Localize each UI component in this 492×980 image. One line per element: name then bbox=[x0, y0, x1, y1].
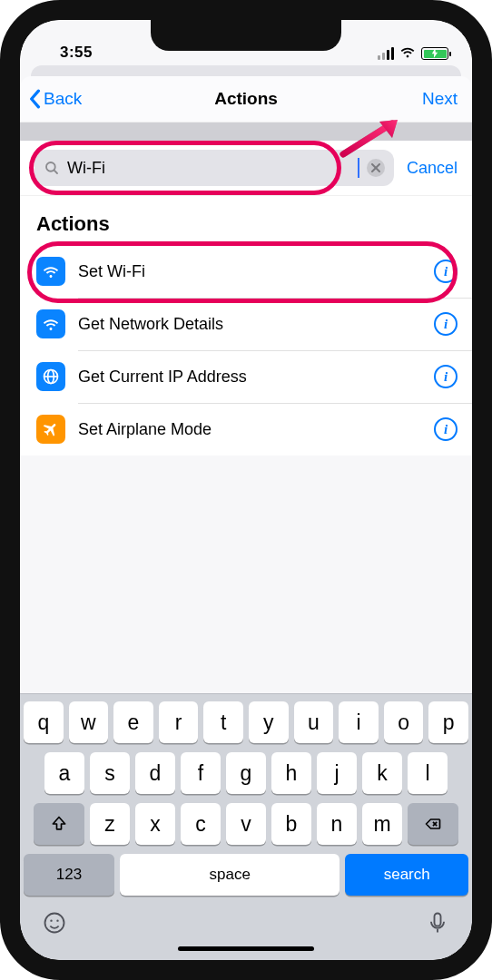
search-bar: Wi-Fi Cancel bbox=[20, 141, 472, 196]
clear-search-button[interactable] bbox=[367, 159, 385, 177]
key-o[interactable]: o bbox=[384, 701, 424, 743]
globe-icon bbox=[36, 362, 65, 391]
home-indicator[interactable] bbox=[178, 946, 314, 951]
key-w[interactable]: w bbox=[69, 701, 109, 743]
key-x[interactable]: x bbox=[135, 803, 175, 845]
wifi-icon bbox=[399, 45, 416, 62]
shift-key[interactable] bbox=[34, 803, 84, 845]
next-button[interactable]: Next bbox=[422, 89, 458, 109]
dictation-key[interactable] bbox=[425, 910, 450, 939]
search-key[interactable]: search bbox=[345, 854, 468, 896]
wifi-icon bbox=[36, 309, 65, 338]
battery-icon bbox=[421, 47, 448, 60]
key-d[interactable]: d bbox=[135, 752, 175, 794]
keyboard-row-3: z x c v b n m bbox=[24, 803, 468, 845]
key-s[interactable]: s bbox=[90, 752, 130, 794]
key-g[interactable]: g bbox=[226, 752, 266, 794]
keyboard-bottom-row bbox=[24, 905, 468, 941]
action-row-get-network-details[interactable]: Get Network Details i bbox=[20, 298, 472, 350]
key-q[interactable]: q bbox=[24, 701, 64, 743]
space-key[interactable]: space bbox=[120, 854, 340, 896]
status-time: 3:55 bbox=[60, 44, 93, 62]
action-row-set-airplane-mode[interactable]: Set Airplane Mode i bbox=[20, 403, 472, 456]
key-i[interactable]: i bbox=[339, 701, 379, 743]
action-row-set-wifi[interactable]: Set Wi-Fi i bbox=[20, 245, 472, 298]
svg-point-9 bbox=[45, 914, 64, 933]
phone-frame: 3:55 Back Actions bbox=[0, 0, 492, 980]
search-input-text: Wi-Fi bbox=[67, 159, 350, 178]
key-y[interactable]: y bbox=[249, 701, 289, 743]
key-a[interactable]: a bbox=[44, 752, 84, 794]
action-row-get-current-ip[interactable]: Get Current IP Address i bbox=[20, 350, 472, 403]
key-z[interactable]: z bbox=[90, 803, 130, 845]
action-label: Set Wi-Fi bbox=[78, 262, 421, 281]
key-r[interactable]: r bbox=[159, 701, 199, 743]
key-c[interactable]: c bbox=[181, 803, 221, 845]
back-label: Back bbox=[44, 89, 82, 109]
key-t[interactable]: t bbox=[203, 701, 243, 743]
key-e[interactable]: e bbox=[113, 701, 153, 743]
key-j[interactable]: j bbox=[317, 752, 357, 794]
info-button[interactable]: i bbox=[434, 365, 458, 388]
numbers-key[interactable]: 123 bbox=[24, 854, 114, 896]
svg-point-10 bbox=[50, 920, 52, 922]
info-button[interactable]: i bbox=[434, 260, 458, 283]
key-m[interactable]: m bbox=[362, 803, 402, 845]
page-title: Actions bbox=[20, 89, 472, 109]
annotation-arrow-icon bbox=[339, 116, 403, 162]
key-p[interactable]: p bbox=[428, 701, 468, 743]
wifi-icon bbox=[36, 257, 65, 286]
key-h[interactable]: h bbox=[271, 752, 311, 794]
cellular-signal-icon bbox=[378, 47, 394, 60]
cancel-button[interactable]: Cancel bbox=[403, 159, 472, 178]
airplane-icon bbox=[36, 415, 65, 444]
action-label: Set Airplane Mode bbox=[78, 420, 421, 439]
card-stack-background bbox=[31, 65, 461, 76]
svg-point-11 bbox=[56, 920, 58, 922]
key-u[interactable]: u bbox=[294, 701, 334, 743]
key-l[interactable]: l bbox=[408, 752, 448, 794]
svg-line-1 bbox=[54, 170, 57, 173]
actions-list: Set Wi-Fi i Get Network Details i Get Cu… bbox=[20, 245, 472, 456]
svg-rect-12 bbox=[435, 914, 441, 926]
action-label: Get Network Details bbox=[78, 315, 421, 334]
key-f[interactable]: f bbox=[181, 752, 221, 794]
info-button[interactable]: i bbox=[434, 312, 458, 336]
cancel-label: Cancel bbox=[407, 159, 458, 177]
key-n[interactable]: n bbox=[317, 803, 357, 845]
navbar-shadow bbox=[20, 122, 472, 141]
key-b[interactable]: b bbox=[271, 803, 311, 845]
emoji-key[interactable] bbox=[42, 910, 67, 939]
screen: 3:55 Back Actions bbox=[20, 20, 472, 960]
search-icon bbox=[44, 160, 60, 176]
backspace-key[interactable] bbox=[408, 803, 458, 845]
keyboard-row-4: 123 space search bbox=[24, 854, 468, 896]
notch bbox=[151, 20, 341, 51]
keyboard-row-1: q w e r t y u i o p bbox=[24, 701, 468, 743]
keyboard: q w e r t y u i o p a s d f g h j k l bbox=[20, 693, 472, 960]
action-label: Get Current IP Address bbox=[78, 368, 421, 387]
keyboard-row-2: a s d f g h j k l bbox=[24, 752, 468, 794]
next-label: Next bbox=[422, 89, 458, 109]
back-button[interactable]: Back bbox=[27, 89, 82, 109]
key-v[interactable]: v bbox=[226, 803, 266, 845]
section-header: Actions bbox=[20, 196, 472, 245]
info-button[interactable]: i bbox=[434, 417, 458, 441]
navigation-bar: Back Actions Next bbox=[20, 76, 472, 122]
key-k[interactable]: k bbox=[362, 752, 402, 794]
